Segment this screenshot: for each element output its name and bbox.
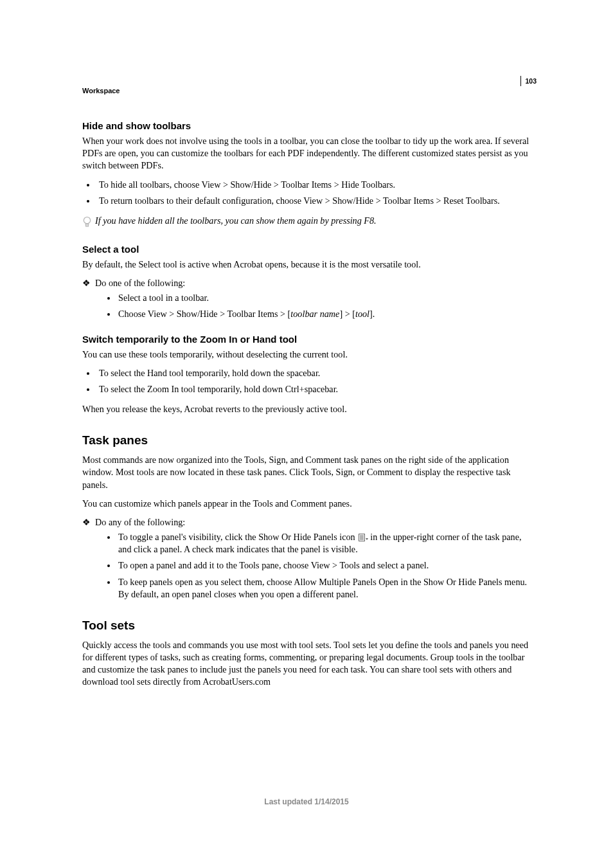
- inner-list: Select a tool in a toolbar. Choose View …: [107, 292, 533, 320]
- document-page: 103 Workspace Hide and show toolbars Whe…: [0, 0, 613, 868]
- tip-text: If you have hidden all the toolbars, you…: [95, 215, 377, 227]
- inner-list: To toggle a panel's visibility, click th…: [107, 531, 533, 601]
- paragraph: You can use these tools temporarily, wit…: [82, 348, 533, 361]
- list-item: Select a tool in a toolbar.: [117, 292, 533, 304]
- paragraph: You can customize which panels appear in…: [82, 498, 533, 510]
- svg-rect-2: [359, 534, 365, 541]
- list-item: To hide all toolbars, choose View > Show…: [96, 179, 533, 191]
- paragraph: Quickly access the tools and commands yo…: [82, 639, 533, 689]
- list-item: To toggle a panel's visibility, click th…: [117, 531, 533, 556]
- paragraph: By default, the Select tool is active wh…: [82, 258, 533, 271]
- text-run: Choose View > Show/Hide > Toolbar Items …: [118, 309, 290, 319]
- list-item: To select the Hand tool temporarily, hol…: [96, 367, 533, 379]
- bullet-list: To hide all toolbars, choose View > Show…: [82, 179, 533, 207]
- list-item: To return toolbars to their default conf…: [96, 195, 533, 207]
- step-lead: ❖ Do one of the following:: [82, 277, 533, 289]
- footer-last-updated: Last updated 1/14/2015: [0, 797, 613, 806]
- lightbulb-icon: [82, 216, 93, 231]
- paragraph: When your work does not involve using th…: [82, 135, 533, 172]
- heading-task-panes: Task panes: [82, 433, 533, 448]
- paragraph: Most commands are now organized into the…: [82, 454, 533, 491]
- list-item: Choose View > Show/Hide > Toolbar Items …: [117, 308, 533, 320]
- heading-hide-show-toolbars: Hide and show toolbars: [82, 120, 533, 131]
- list-item: To select the Zoom In tool temporarily, …: [96, 383, 533, 395]
- page-number: 103: [520, 76, 537, 86]
- list-item: To keep panels open as you select them, …: [117, 576, 533, 601]
- bullet-list: To select the Hand tool temporarily, hol…: [82, 367, 533, 395]
- text-italic: tool: [355, 309, 369, 319]
- text-run: ].: [369, 309, 375, 319]
- heading-select-a-tool: Select a tool: [82, 244, 533, 255]
- diamond-bullet-icon: ❖: [82, 277, 95, 289]
- step-lead-text: Do any of the following:: [95, 516, 185, 529]
- text-italic: toolbar name: [290, 309, 339, 319]
- text-run: ] > [: [339, 309, 355, 319]
- tip-row: If you have hidden all the toolbars, you…: [82, 215, 533, 231]
- text-run: To toggle a panel's visibility, click th…: [118, 532, 357, 542]
- heading-tool-sets: Tool sets: [82, 619, 533, 633]
- section-label: Workspace: [82, 87, 533, 95]
- diamond-bullet-icon: ❖: [82, 516, 95, 529]
- show-hide-panels-icon: [359, 532, 369, 540]
- heading-switch-temp: Switch temporarily to the Zoom In or Han…: [82, 334, 533, 345]
- step-lead: ❖ Do any of the following:: [82, 516, 533, 529]
- svg-point-0: [84, 217, 90, 223]
- paragraph: When you release the keys, Acrobat rever…: [82, 403, 533, 415]
- step-lead-text: Do one of the following:: [95, 277, 185, 289]
- list-item: To open a panel and add it to the Tools …: [117, 559, 533, 572]
